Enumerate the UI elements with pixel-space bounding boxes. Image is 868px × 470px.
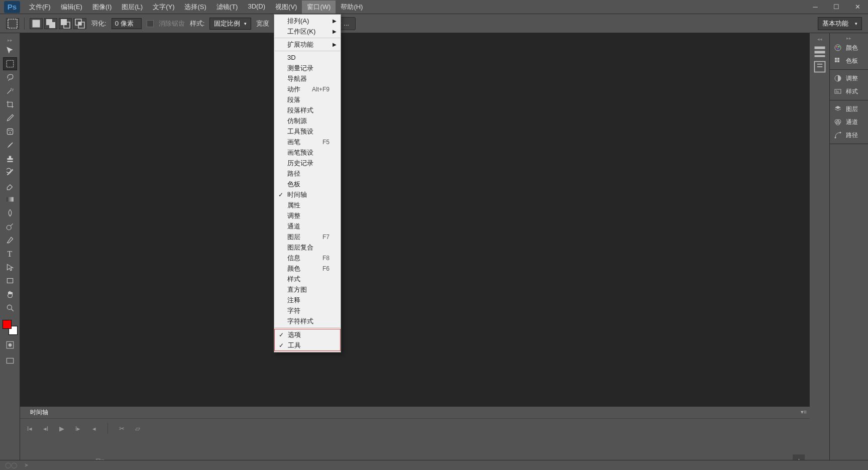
lasso-tool[interactable]	[3, 71, 17, 84]
timeline-tab[interactable]: 时间轴	[25, 407, 53, 418]
menuitem-测量记录[interactable]: 测量记录	[274, 63, 341, 73]
menuitem-图层复合[interactable]: 图层复合	[274, 242, 341, 253]
cut-icon[interactable]: ✂	[117, 424, 126, 433]
pen-tool[interactable]	[3, 233, 17, 247]
type-tool[interactable]: T	[3, 247, 17, 260]
next-frame-icon[interactable]: I▸	[73, 424, 82, 433]
gradient-tool[interactable]	[3, 193, 17, 206]
menuitem-字符[interactable]: 字符	[274, 305, 341, 316]
prev-frame-icon[interactable]: ◂I	[41, 424, 50, 433]
menu-图层[interactable]: 图层(L)	[117, 1, 148, 14]
rectangle-tool[interactable]	[3, 274, 17, 287]
panel-layers[interactable]: 图层	[830, 102, 868, 115]
color-swatches[interactable]	[3, 320, 18, 335]
menuitem-图层[interactable]: 图层F7	[274, 231, 341, 242]
transition-icon[interactable]: ▱	[133, 424, 142, 433]
menuitem-历史记录[interactable]: 历史记录	[274, 158, 341, 168]
feather-input[interactable]	[112, 18, 142, 29]
menuitem-调整[interactable]: 调整	[274, 210, 341, 221]
style-select[interactable]: 固定比例▾	[209, 18, 251, 30]
minimize-button[interactable]: ─	[805, 1, 826, 13]
brush-tool[interactable]	[3, 139, 17, 152]
menuitem-路径[interactable]: 路径	[274, 168, 341, 179]
history-panel-icon[interactable]	[813, 45, 827, 58]
panel-channels[interactable]: 通道	[830, 115, 868, 129]
move-tool[interactable]	[3, 44, 17, 57]
panel-styles[interactable]: fx样式	[830, 85, 868, 98]
menuitem-工具预设[interactable]: 工具预设	[274, 126, 341, 137]
selection-subtract-icon[interactable]	[59, 18, 72, 29]
menu-文件[interactable]: 文件(F)	[24, 1, 56, 14]
strip-collapse-icon[interactable]: ◂◂	[810, 36, 829, 42]
menu-文字[interactable]: 文字(Y)	[148, 1, 179, 14]
menu-3d[interactable]: 3D(D)	[243, 1, 270, 14]
menuitem-通道[interactable]: 通道	[274, 221, 341, 231]
menuitem-颜色[interactable]: 颜色F6	[274, 263, 341, 274]
panel-paths[interactable]: 路径	[830, 129, 868, 142]
menuitem-画笔预设[interactable]: 画笔预设	[274, 147, 341, 158]
eyedropper-tool[interactable]	[3, 111, 17, 125]
menuitem-工作区(K)[interactable]: 工作区(K)▶	[274, 26, 341, 37]
properties-panel-icon[interactable]	[813, 60, 827, 73]
panel-color[interactable]: 颜色	[830, 41, 868, 54]
selection-new-icon[interactable]	[30, 18, 43, 29]
menu-图像[interactable]: 图像(I)	[87, 1, 117, 14]
menuitem-工具[interactable]: ✓工具	[275, 340, 340, 350]
status-sync-icon[interactable]: ◯◯	[5, 462, 17, 468]
foreground-color-swatch[interactable]	[3, 320, 12, 329]
marquee-tool-icon[interactable]	[6, 18, 19, 29]
menuitem-画笔[interactable]: 画笔F5	[274, 137, 341, 147]
menu-编辑[interactable]: 编辑(E)	[56, 1, 87, 14]
healing-tool[interactable]	[3, 125, 17, 138]
menuitem-属性[interactable]: 属性	[274, 200, 341, 210]
menu-窗口[interactable]: 窗口(W)	[302, 1, 336, 14]
menu-视图[interactable]: 视图(V)	[270, 1, 302, 14]
menuitem-时间轴[interactable]: ✓时间轴	[274, 189, 341, 200]
menuitem-仿制源[interactable]: 仿制源	[274, 115, 341, 126]
prev-keyframe-icon[interactable]: ◂	[89, 424, 98, 433]
antialias-checkbox[interactable]	[147, 20, 154, 27]
menuitem-直方图[interactable]: 直方图	[274, 284, 341, 295]
marquee-tool[interactable]	[3, 57, 17, 70]
workspace-selector[interactable]: 基本功能▾	[818, 17, 862, 30]
eraser-tool[interactable]	[3, 179, 17, 192]
hand-tool[interactable]	[3, 288, 17, 301]
menuitem-段落[interactable]: 段落	[274, 94, 341, 105]
screenmode-icon[interactable]	[3, 355, 17, 368]
panel-adjustments[interactable]: 调整	[830, 72, 868, 85]
menuitem-3D[interactable]: 3D	[274, 52, 341, 63]
menuitem-扩展功能[interactable]: 扩展功能▶	[274, 39, 341, 50]
close-button[interactable]: ✕	[847, 1, 868, 13]
menu-选择[interactable]: 选择(S)	[179, 1, 211, 14]
menuitem-信息[interactable]: 信息F8	[274, 253, 341, 263]
menu-滤镜[interactable]: 滤镜(T)	[211, 1, 243, 14]
history-brush-tool[interactable]	[3, 166, 17, 179]
dodge-tool[interactable]	[3, 220, 17, 233]
play-icon[interactable]: ▶	[57, 424, 66, 433]
maximize-button[interactable]: ☐	[826, 1, 847, 13]
menuitem-动作[interactable]: 动作Alt+F9	[274, 84, 341, 94]
menuitem-注释[interactable]: 注释	[274, 295, 341, 305]
blur-tool[interactable]	[3, 206, 17, 219]
menuitem-段落样式[interactable]: 段落样式	[274, 105, 341, 115]
menuitem-色板[interactable]: 色板	[274, 179, 341, 189]
panel-collapse-icon[interactable]: ▸▸	[830, 35, 868, 41]
menuitem-样式[interactable]: 样式	[274, 274, 341, 284]
panel-swatches[interactable]: 色板	[830, 54, 868, 67]
selection-intersect-icon[interactable]	[73, 18, 86, 29]
menu-帮助[interactable]: 帮助(H)	[336, 1, 368, 14]
canvas[interactable]	[20, 33, 810, 470]
menuitem-字符样式[interactable]: 字符样式	[274, 316, 341, 326]
zoom-tool[interactable]	[3, 301, 17, 314]
menuitem-导航器[interactable]: 导航器	[274, 73, 341, 84]
magic-wand-tool[interactable]	[3, 84, 17, 97]
quickmask-icon[interactable]	[3, 338, 17, 351]
path-select-tool[interactable]	[3, 261, 17, 274]
crop-tool[interactable]	[3, 98, 17, 111]
panel-menu-icon[interactable]: ▾≡	[801, 409, 807, 415]
menuitem-排列(A)[interactable]: 排列(A)▶	[274, 16, 341, 26]
menuitem-选项[interactable]: ✓选项	[275, 329, 340, 340]
first-frame-icon[interactable]: I◂	[25, 424, 34, 433]
selection-add-icon[interactable]	[44, 18, 57, 29]
toolbox-collapse-icon[interactable]: ▸▸	[0, 37, 20, 43]
